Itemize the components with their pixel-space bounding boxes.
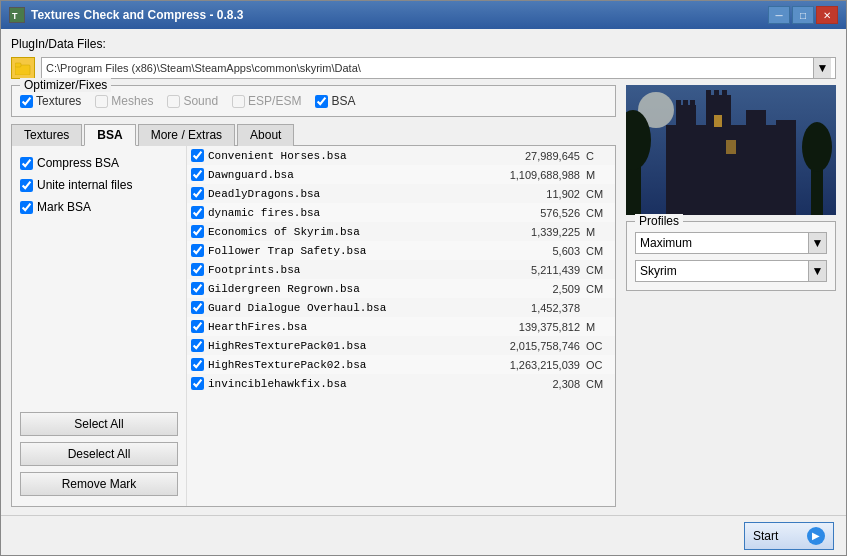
bottom-bar: Start ▶ <box>1 515 846 555</box>
background-image <box>626 85 836 215</box>
svg-rect-15 <box>714 90 719 98</box>
unite-files-label: Unite internal files <box>37 178 132 192</box>
plugin-path-row: C:\Program Files (x86)\Steam\SteamApps\c… <box>11 57 836 79</box>
file-checkbox[interactable] <box>191 320 204 333</box>
bsa-tab-content: Compress BSA Unite internal files Mark B… <box>11 146 616 507</box>
svg-rect-10 <box>776 120 796 175</box>
file-checkbox[interactable] <box>191 187 204 200</box>
folder-button[interactable] <box>11 57 35 79</box>
bsa-checkbox[interactable] <box>315 95 328 108</box>
profile-dropdown-arrow[interactable]: ▼ <box>808 233 826 253</box>
minimize-button[interactable]: ─ <box>768 6 790 24</box>
tab-more-extras[interactable]: More / Extras <box>138 124 235 146</box>
unite-files-checkbox[interactable] <box>20 179 33 192</box>
bsa-action-buttons: Select All Deselect All Remove Mark <box>20 412 178 496</box>
esp-checkbox-item: ESP/ESM <box>232 94 301 108</box>
file-checkbox[interactable] <box>191 358 204 371</box>
maximize-button[interactable]: □ <box>792 6 814 24</box>
textures-checkbox[interactable] <box>20 95 33 108</box>
tab-bsa[interactable]: BSA <box>84 124 135 146</box>
deselect-all-button[interactable]: Deselect All <box>20 442 178 466</box>
file-size: 11,902 <box>486 188 586 200</box>
file-name: HighResTexturePack02.bsa <box>208 359 486 371</box>
file-flag: OC <box>586 340 611 352</box>
textures-checkbox-item: Textures <box>20 94 81 108</box>
mark-bsa-checkbox[interactable] <box>20 201 33 214</box>
file-flag: CM <box>586 264 611 276</box>
file-flag: C <box>586 150 611 162</box>
file-name: Convenient Horses.bsa <box>208 150 486 162</box>
textures-label: Textures <box>36 94 81 108</box>
path-dropdown-arrow[interactable]: ▼ <box>813 58 831 78</box>
bsa-checkbox-item: BSA <box>315 94 355 108</box>
profile-maximum-dropdown[interactable]: Maximum ▼ <box>635 232 827 254</box>
start-button[interactable]: Start ▶ <box>744 522 834 550</box>
file-flag: OC <box>586 359 611 371</box>
file-checkbox[interactable] <box>191 301 204 314</box>
list-item: HearthFires.bsa 139,375,812 M <box>187 317 615 336</box>
main-content: PlugIn/Data Files: C:\Program Files (x86… <box>1 29 846 515</box>
left-column: Optimizer/Fixes Textures Meshes Sound <box>11 85 616 507</box>
profile-dropdown-arrow-2[interactable]: ▼ <box>808 261 826 281</box>
tab-about[interactable]: About <box>237 124 294 146</box>
file-size: 27,989,645 <box>486 150 586 162</box>
list-item: Gildergreen Regrown.bsa 2,509 CM <box>187 279 615 298</box>
file-checkbox[interactable] <box>191 149 204 162</box>
file-checkbox[interactable] <box>191 339 204 352</box>
file-checkbox[interactable] <box>191 263 204 276</box>
path-dropdown[interactable]: C:\Program Files (x86)\Steam\SteamApps\c… <box>41 57 836 79</box>
sound-label: Sound <box>183 94 218 108</box>
esp-label: ESP/ESM <box>248 94 301 108</box>
file-size: 139,375,812 <box>486 321 586 333</box>
file-flag: CM <box>586 207 611 219</box>
profiles-label: Profiles <box>635 214 683 228</box>
esp-checkbox[interactable] <box>232 95 245 108</box>
bsa-file-list[interactable]: Convenient Horses.bsa 27,989,645 C Dawng… <box>187 146 615 506</box>
list-item: Footprints.bsa 5,211,439 CM <box>187 260 615 279</box>
file-checkbox[interactable] <box>191 244 204 257</box>
list-item: HighResTexturePack02.bsa 1,263,215,039 O… <box>187 355 615 374</box>
select-all-button[interactable]: Select All <box>20 412 178 436</box>
close-button[interactable]: ✕ <box>816 6 838 24</box>
file-name: Gildergreen Regrown.bsa <box>208 283 486 295</box>
meshes-checkbox[interactable] <box>95 95 108 108</box>
file-flag: M <box>586 226 611 238</box>
sound-checkbox-item: Sound <box>167 94 218 108</box>
file-size: 2,308 <box>486 378 586 390</box>
svg-point-22 <box>802 122 832 172</box>
list-item: Economics of Skyrim.bsa 1,339,225 M <box>187 222 615 241</box>
list-item: invinciblehawkfix.bsa 2,308 CM <box>187 374 615 393</box>
svg-rect-14 <box>706 90 711 98</box>
file-size: 576,526 <box>486 207 586 219</box>
bsa-label: BSA <box>331 94 355 108</box>
svg-rect-11 <box>676 100 681 108</box>
file-flag: CM <box>586 283 611 295</box>
meshes-checkbox-item: Meshes <box>95 94 153 108</box>
file-name: invinciblehawkfix.bsa <box>208 378 486 390</box>
profile-skyrim-dropdown[interactable]: Skyrim ▼ <box>635 260 827 282</box>
start-play-icon: ▶ <box>807 527 825 545</box>
file-checkbox[interactable] <box>191 206 204 219</box>
file-checkbox[interactable] <box>191 282 204 295</box>
file-size: 1,109,688,988 <box>486 169 586 181</box>
unite-files-checkbox-item: Unite internal files <box>20 178 178 192</box>
file-flag: CM <box>586 378 611 390</box>
compress-bsa-checkbox[interactable] <box>20 157 33 170</box>
svg-rect-12 <box>683 100 688 108</box>
file-checkbox[interactable] <box>191 168 204 181</box>
file-checkbox[interactable] <box>191 225 204 238</box>
compress-bsa-label: Compress BSA <box>37 156 119 170</box>
app-icon: T <box>9 7 25 23</box>
window-controls: ─ □ ✕ <box>768 6 838 24</box>
file-flag: CM <box>586 188 611 200</box>
profiles-group: Profiles Maximum ▼ Skyrim ▼ <box>626 221 836 291</box>
svg-rect-13 <box>690 100 695 108</box>
list-item: DeadlyDragons.bsa 11,902 CM <box>187 184 615 203</box>
tab-textures[interactable]: Textures <box>11 124 82 146</box>
file-checkbox[interactable] <box>191 377 204 390</box>
file-flag: M <box>586 321 611 333</box>
two-column-layout: Optimizer/Fixes Textures Meshes Sound <box>11 85 836 507</box>
file-name: HighResTexturePack01.bsa <box>208 340 486 352</box>
remove-mark-button[interactable]: Remove Mark <box>20 472 178 496</box>
sound-checkbox[interactable] <box>167 95 180 108</box>
